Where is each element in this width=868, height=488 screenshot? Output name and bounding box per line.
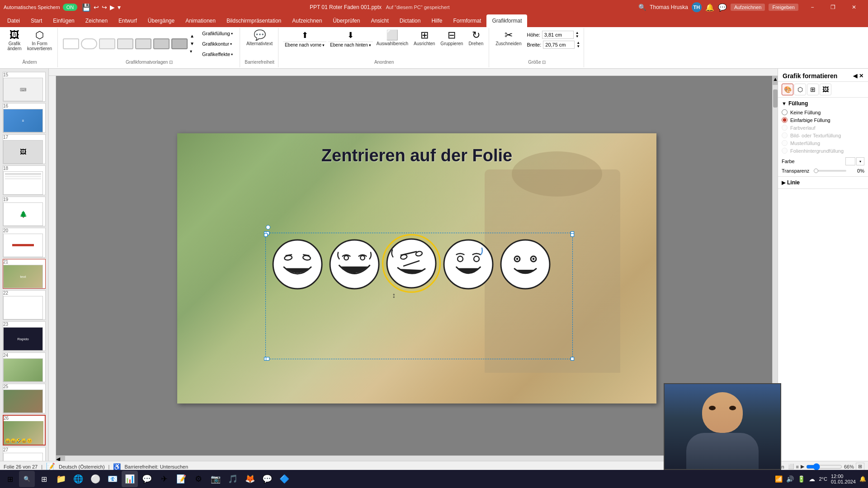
- width-input[interactable]: [543, 41, 575, 49]
- slide-thumb-15[interactable]: 15 ⌨: [3, 72, 46, 102]
- linie-section-header[interactable]: ▶ Linie: [778, 177, 868, 189]
- normal-view-btn[interactable]: ⬜: [788, 464, 794, 469]
- shape-preset-5[interactable]: [135, 38, 151, 49]
- hscroll-left[interactable]: ◀: [56, 456, 65, 461]
- tab-grafikformat[interactable]: Grafikformat: [486, 14, 527, 27]
- tab-formformat[interactable]: Formformat: [448, 14, 486, 27]
- gruppieren-button[interactable]: ⊟ Gruppieren: [439, 29, 465, 47]
- minimize-button[interactable]: −: [802, 0, 823, 14]
- vscroll-thumb[interactable]: [773, 89, 778, 108]
- tab-zeichnen[interactable]: Zeichnen: [80, 14, 113, 27]
- ebene-nach-vorne-dropdown[interactable]: Ebene nach vorne▾: [283, 42, 326, 48]
- slide-thumb-19[interactable]: 19 🌲: [3, 197, 46, 226]
- vscroll-up[interactable]: ▲: [773, 76, 778, 85]
- shape-preset-3[interactable]: [99, 38, 115, 49]
- height-down[interactable]: ▼: [576, 35, 579, 38]
- comments-icon[interactable]: 💬: [718, 3, 727, 12]
- tab-entwurf[interactable]: Entwurf: [113, 14, 142, 27]
- aufzeichnen-btn[interactable]: Aufzeichnen: [731, 4, 765, 11]
- in-form-konvertieren-button[interactable]: ⬡ In Formkonvertieren: [25, 29, 54, 52]
- tab-start[interactable]: Start: [25, 14, 47, 27]
- slide-thumb-22[interactable]: 22: [3, 290, 46, 320]
- restore-button[interactable]: ❐: [823, 0, 844, 14]
- ebene-nach-hinten-button[interactable]: ⬇: [345, 29, 356, 42]
- wifi-icon[interactable]: 📶: [775, 475, 783, 483]
- format-tab-shape-icon[interactable]: ⬡: [794, 84, 806, 95]
- zoom-slider[interactable]: [806, 463, 842, 470]
- search-button[interactable]: 🔍: [19, 471, 35, 487]
- slide-thumb-24[interactable]: 24: [3, 352, 46, 382]
- app1-icon[interactable]: 🔷: [276, 471, 292, 487]
- shape-preset-4[interactable]: [117, 38, 133, 49]
- volume-icon[interactable]: 🔊: [786, 475, 794, 483]
- height-input[interactable]: [542, 31, 574, 39]
- shape-preset-1[interactable]: [63, 38, 79, 49]
- chrome-icon[interactable]: ⚪: [87, 471, 104, 487]
- slide-thumb-25[interactable]: 25: [3, 384, 46, 413]
- notepad-icon[interactable]: 📝: [173, 471, 189, 487]
- slide-thumb-26[interactable]: 26 😄😄🤣😅😊: [3, 415, 46, 446]
- undo-icon[interactable]: ↩: [94, 4, 99, 11]
- tab-hilfe[interactable]: Hilfe: [426, 14, 448, 27]
- handle-bc[interactable]: [266, 357, 269, 361]
- slideshow-view-btn[interactable]: ▶: [801, 464, 804, 469]
- tab-dictation[interactable]: Dictation: [394, 14, 426, 27]
- preset-more[interactable]: ▾: [190, 49, 194, 54]
- slide-thumb-20[interactable]: 20: [3, 228, 46, 258]
- color-swatch[interactable]: [845, 157, 855, 165]
- teams-icon[interactable]: 💬: [139, 471, 155, 487]
- transparency-slider[interactable]: [814, 170, 846, 172]
- notification-icon[interactable]: 🔔: [859, 476, 866, 482]
- handle-br[interactable]: [571, 357, 574, 361]
- slide-thumb-16[interactable]: 16 ≡: [3, 103, 46, 133]
- slide-thumb-21[interactable]: 21 text: [3, 259, 46, 289]
- format-panel-back[interactable]: ◀: [853, 73, 857, 79]
- powerpoint-icon[interactable]: 📊: [122, 471, 138, 487]
- slide-thumb-17[interactable]: 17 🖼: [3, 134, 46, 164]
- alternativtext-button[interactable]: 💬 Alternativtext: [245, 29, 274, 47]
- drehen-button[interactable]: ↻ Drehen: [467, 29, 485, 47]
- tab-ueberpruefen[interactable]: Überprüfen: [327, 14, 365, 27]
- keine-fuellung-radio[interactable]: [782, 109, 788, 115]
- task-view-button[interactable]: ⊞: [36, 471, 52, 487]
- grafikeffekte-button[interactable]: Grafikeffekte▾: [199, 50, 236, 59]
- redo-icon[interactable]: ↪: [102, 4, 107, 11]
- preset-scroll-up[interactable]: ▲: [190, 34, 194, 38]
- fuellung-header[interactable]: ▼ Füllung: [782, 100, 864, 107]
- tab-aufzeichnen[interactable]: Aufzeichnen: [287, 14, 327, 27]
- close-button[interactable]: ✕: [844, 0, 864, 14]
- slide-panel[interactable]: 15 ⌨ 16 ≡ 17 🖼 18: [0, 69, 49, 461]
- slide-thumb-23[interactable]: 23 Rapido: [3, 321, 46, 351]
- explorer-icon[interactable]: 📁: [53, 471, 69, 487]
- save-icon[interactable]: 💾: [82, 3, 91, 12]
- tab-uebergaenge[interactable]: Übergänge: [142, 14, 180, 27]
- settings-icon[interactable]: ⚙: [190, 471, 207, 487]
- start-button[interactable]: ⊞: [2, 471, 18, 487]
- handle-mr[interactable]: [571, 233, 574, 237]
- media-icon[interactable]: 🎵: [225, 471, 241, 487]
- telegram-icon[interactable]: ✈: [156, 471, 172, 487]
- einfarbige-fuellung-radio[interactable]: [782, 117, 788, 123]
- handle-ml[interactable]: [264, 233, 268, 237]
- freigeben-btn[interactable]: Freigeben: [769, 4, 798, 11]
- transparency-thumb[interactable]: [814, 169, 818, 173]
- grafik-aendern-button[interactable]: 🖼 Grafikändern: [5, 29, 24, 52]
- tab-datei[interactable]: Datei: [2, 14, 25, 27]
- width-down[interactable]: ▼: [576, 45, 580, 48]
- tab-animationen[interactable]: Animationen: [180, 14, 221, 27]
- more-icon[interactable]: ▾: [118, 4, 121, 11]
- grafikfuellung-button[interactable]: Grafikfüllung▾: [199, 29, 236, 38]
- color-dropdown[interactable]: ▾: [856, 157, 864, 165]
- outlook-icon[interactable]: 📧: [104, 471, 121, 487]
- slide-thumb-18[interactable]: 18: [3, 165, 46, 195]
- ebene-nach-vorne-button[interactable]: ⬆: [299, 29, 311, 42]
- format-tab-image-icon[interactable]: 🖼: [820, 84, 831, 95]
- zuschneiden-button[interactable]: ✂ Zuschneiden: [494, 29, 523, 47]
- present-icon[interactable]: ▶: [110, 4, 115, 11]
- autosave-toggle[interactable]: ON: [63, 4, 78, 11]
- format-tab-fill-icon[interactable]: 🎨: [782, 84, 793, 95]
- groesse-expand[interactable]: ⊡: [542, 60, 546, 65]
- ausrichten-button[interactable]: ⊞ Ausrichten: [412, 29, 437, 47]
- battery-icon[interactable]: 🔋: [797, 475, 805, 483]
- preset-scroll-down[interactable]: ▼: [190, 42, 194, 46]
